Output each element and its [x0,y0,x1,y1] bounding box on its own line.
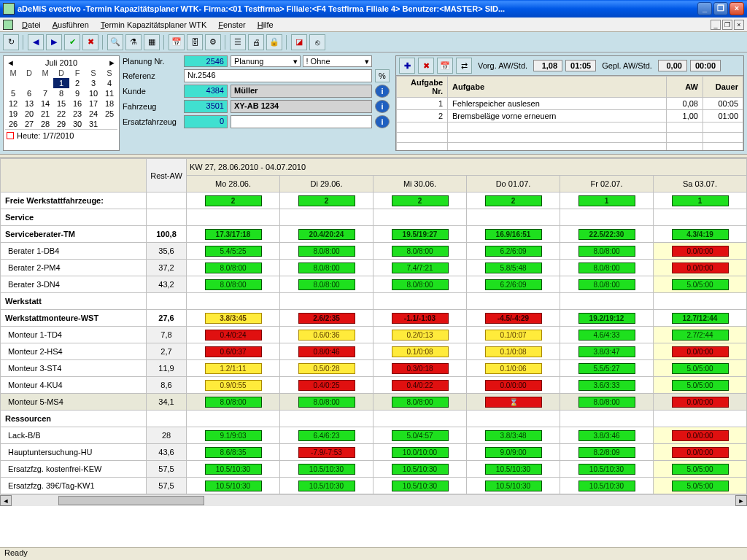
fahrzeug-field[interactable]: XY-AB 1234 [231,100,372,113]
menu-wtk[interactable]: Termin Kapazitätsplaner WTK [95,19,213,31]
capacity-pill[interactable]: 0.9/0:55 [205,380,262,391]
capacity-pill[interactable]: 3.8/3:45 [205,313,262,324]
capacity-pill[interactable]: 5.4/5:25 [205,246,262,257]
capacity-pill[interactable]: 0.4/0:22 [392,380,449,391]
capacity-pill[interactable]: 0.4/0:25 [298,380,355,391]
task-table[interactable]: Aufgabe Nr. Aufgabe AW Dauer 1Fehlerspei… [396,76,743,150]
cal-day[interactable] [37,78,53,88]
cal-day[interactable]: 12 [5,98,21,109]
capacity-pill[interactable]: 3.8/3:47 [578,346,635,357]
tool-red-icon[interactable]: ◪ [291,34,307,50]
capacity-pill[interactable]: 5.0/5:00 [672,481,729,491]
cal-day[interactable] [101,119,117,129]
capacity-pill[interactable]: 8.2/8:09 [578,447,635,458]
day-header[interactable]: Di 29.06. [280,176,374,192]
ersatz-field[interactable] [231,115,372,128]
capacity-pill[interactable]: 2 [298,195,355,206]
tool-list-icon[interactable]: ☰ [230,34,246,50]
capacity-pill[interactable]: 0.6/0:36 [298,330,355,341]
capacity-pill[interactable]: 8.0/8:00 [392,397,449,408]
cal-day[interactable]: 20 [21,109,37,119]
mdi-close[interactable]: × [734,20,744,30]
capacity-pill[interactable]: 8.0/8:00 [205,397,262,408]
cal-day[interactable]: 23 [69,109,85,119]
menu-ausfuehren[interactable]: Ausführen [47,19,95,31]
fahrzeug-info-icon[interactable]: i [375,100,390,113]
capacity-pill[interactable]: 9.0/9:00 [485,447,542,458]
capacity-pill[interactable]: 0.0/0:00 [485,380,542,391]
capacity-pill[interactable]: 17.3/17:18 [205,229,262,240]
tool-calendar-icon[interactable]: 📅 [169,34,185,50]
referenz-search-icon[interactable]: % [375,69,390,82]
capacity-pill[interactable]: 7.4/7:21 [392,262,449,273]
menu-hilfe[interactable]: Hilfe [252,19,279,31]
capacity-pill[interactable]: -4.5/-4:29 [485,313,542,324]
capacity-pill[interactable]: 0.5/0:28 [298,363,355,374]
capacity-pill[interactable]: 0.1/0:06 [485,363,542,374]
cal-day[interactable] [5,78,21,88]
cal-day[interactable]: 3 [85,78,101,88]
cal-day[interactable]: 16 [69,98,85,109]
tool-next-icon[interactable]: ▶ [46,34,62,50]
capacity-pill[interactable]: 5.0/5:00 [672,279,729,290]
capacity-pill[interactable]: 19.5/19:27 [392,229,449,240]
capacity-pill[interactable]: 0.0/0:00 [672,246,729,257]
cal-day[interactable]: 2 [69,78,85,88]
cal-day[interactable]: 5 [5,88,21,98]
capacity-pill[interactable]: 12.7/12:44 [672,313,729,324]
capacity-pill[interactable]: 5.0/4:57 [392,430,449,441]
capacity-pill[interactable]: 8.0/8:00 [298,279,355,290]
capacity-pill[interactable]: -1.1/-1:03 [392,313,449,324]
scroll-left-icon[interactable]: ◄ [0,495,12,506]
ersatz-info-icon[interactable]: i [375,115,390,128]
capacity-pill[interactable]: 0.0/0:00 [672,346,729,357]
capacity-pill[interactable]: 0.4/0:24 [205,330,262,341]
tool-print-icon[interactable]: 🖨 [248,34,264,50]
capacity-pill[interactable]: 20.4/20:24 [298,229,355,240]
capacity-pill[interactable]: 19.2/19:12 [578,313,635,324]
cal-today[interactable]: Heute: 1/7/2010 [5,129,117,141]
menu-datei[interactable]: Datei [16,19,47,31]
cal-day[interactable]: 26 [5,119,21,129]
capacity-pill[interactable]: 8.0/8:00 [578,262,635,273]
cal-day[interactable]: 7 [37,88,53,98]
day-header[interactable]: Mo 28.06. [187,176,280,192]
capacity-pill[interactable]: 0.1/0:08 [485,346,542,357]
grid-row[interactable]: Berater 3-DN443,28.0/8:008.0/8:008.0/8:0… [1,276,747,293]
capacity-pill[interactable]: 8.0/8:00 [578,246,635,257]
grid-row[interactable]: Lack-B/B289.1/9:036.4/6:235.0/4:573.8/3:… [1,427,747,444]
capacity-pill[interactable]: 8.0/8:00 [298,397,355,408]
grid-row[interactable]: Berater 1-DB435,65.4/5:258.0/8:008.0/8:0… [1,243,747,260]
capacity-pill[interactable]: 0.1/0:08 [392,346,449,357]
cal-day[interactable]: 29 [53,119,69,129]
capacity-pill[interactable]: 4.6/4:33 [578,330,635,341]
task-delete-icon[interactable]: ✖ [418,58,434,74]
cal-day[interactable]: 10 [85,88,101,98]
grid-row[interactable]: Ersatzfzg. kostenfrei-KEW57,510.5/10:301… [1,461,747,478]
ohne-select[interactable]: ! Ohne [303,55,373,67]
cal-day[interactable]: 30 [69,119,85,129]
cal-day[interactable]: 13 [21,98,37,109]
capacity-pill[interactable]: 6.4/6:23 [298,430,355,441]
capacity-pill[interactable]: 0.6/0:37 [205,346,262,357]
minimize-button[interactable]: _ [697,2,712,15]
grid-row[interactable]: Monteur 3-ST411,91.2/1:110.5/0:280.3/0:1… [1,360,747,377]
tool-db-icon[interactable]: 🗄 [187,34,203,50]
capacity-pill[interactable]: 1 [672,195,729,206]
capacity-pill[interactable]: 2 [485,195,542,206]
scroll-right-icon[interactable]: ► [735,495,747,506]
menu-fenster[interactable]: Fenster [212,19,251,31]
grid-row[interactable]: Monteur 1-TD47,80.4/0:240.6/0:360.2/0:13… [1,327,747,343]
cal-day[interactable]: 21 [37,109,53,119]
cal-day[interactable]: 6 [21,88,37,98]
col-aw[interactable]: AW [667,77,703,98]
capacity-pill[interactable]: 0.0/0:00 [672,397,729,408]
capacity-pill[interactable]: 16.9/16:51 [485,229,542,240]
kunde-field[interactable]: Müller [231,85,372,98]
task-cal-icon[interactable]: 📅 [437,58,453,74]
day-header[interactable]: Fr 02.07. [560,176,654,192]
tool-delete-icon[interactable]: ✖ [82,34,98,50]
capacity-pill[interactable]: 10.0/10:00 [392,447,449,458]
capacity-pill[interactable]: 1 [578,195,635,206]
restaw-header[interactable]: Rest-AW [147,159,187,192]
